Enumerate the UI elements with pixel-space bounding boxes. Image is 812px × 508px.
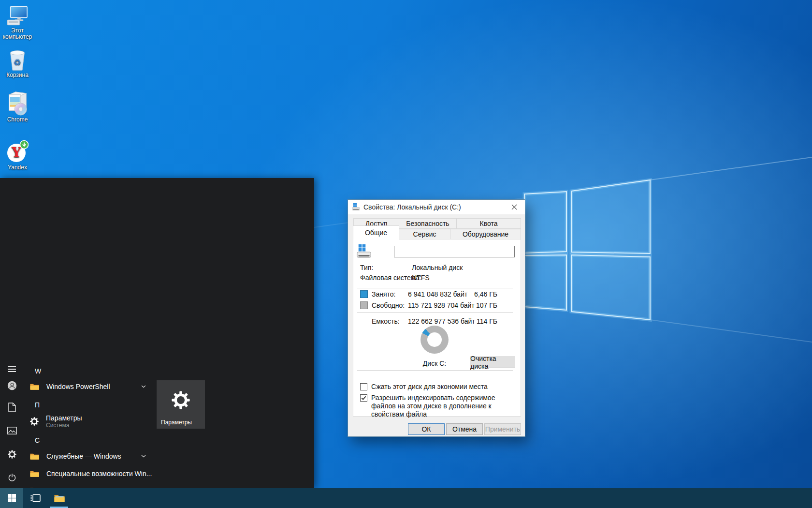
document-icon — [8, 403, 16, 412]
hamburger-menu-button[interactable] — [8, 366, 16, 372]
desktop-icon-chrome[interactable]: Chrome — [0, 93, 35, 123]
svg-text:Y: Y — [11, 145, 21, 160]
gear-icon — [172, 391, 190, 409]
desktop-icon-recycle-bin[interactable]: ♻ Корзина — [0, 48, 35, 78]
tab-quota[interactable]: Квота — [456, 218, 521, 229]
user-account-button[interactable] — [6, 380, 18, 391]
capacity-size: 114 ГБ — [468, 317, 497, 326]
recycle-bin-icon: ♻ — [8, 48, 27, 72]
file-explorer-icon — [54, 494, 65, 503]
used-size: 6,46 ГБ — [468, 290, 497, 299]
capacity-label: Емкость: — [372, 317, 400, 326]
app-list-section-header[interactable]: W — [35, 367, 41, 375]
type-value: Локальный диск — [412, 264, 463, 272]
close-icon — [511, 204, 517, 210]
separator — [357, 288, 513, 288]
start-tile-settings[interactable]: Параметры — [157, 380, 205, 429]
folder-icon — [30, 453, 39, 460]
close-button[interactable] — [504, 200, 525, 214]
allow-indexing-checkbox[interactable] — [360, 394, 367, 402]
desktop-icon-label: Chrome — [7, 117, 28, 123]
start-button[interactable] — [0, 488, 23, 508]
dialog-titlebar[interactable]: Свойства: Локальный диск (C:) — [348, 200, 525, 214]
tab-tools[interactable]: Сервис — [399, 229, 450, 239]
power-icon — [8, 473, 16, 482]
filesystem-value: NTFS — [412, 274, 430, 282]
windows-logo-icon — [8, 494, 16, 502]
desktop-icon-label: Корзина — [6, 72, 29, 78]
compress-disk-checkbox[interactable] — [360, 383, 367, 390]
file-explorer-button[interactable] — [50, 488, 68, 508]
used-bytes: 6 941 048 832 байт — [408, 290, 466, 299]
yandex-browser-icon: Y — [6, 141, 29, 164]
ok-button[interactable]: ОК — [408, 423, 445, 435]
gear-icon — [8, 450, 16, 459]
separator — [357, 261, 513, 261]
disk-usage-donut-chart — [420, 326, 449, 354]
allow-indexing-checkbox-label: Разрешить индексировать содержимое файло… — [371, 394, 516, 418]
drive-icon — [352, 203, 360, 211]
capacity-bytes: 122 662 977 536 байт — [408, 317, 466, 326]
app-item-special-abilities[interactable]: Специальные возможности Win... — [28, 465, 149, 482]
folder-icon — [30, 383, 39, 390]
folder-icon — [30, 470, 39, 478]
tab-security[interactable]: Безопасность — [399, 218, 457, 229]
taskbar: РУС 9:04 30.10.2024 — [0, 488, 812, 508]
compress-disk-checkbox-label: Сжать этот диск для экономии места — [371, 383, 488, 391]
check-icon — [361, 395, 367, 401]
used-label: Занято: — [372, 290, 396, 299]
app-list-section-header[interactable]: С — [35, 436, 40, 444]
chevron-down-icon[interactable] — [141, 385, 146, 388]
desktop-icon-yandex[interactable]: Y Yandex — [0, 141, 35, 171]
power-button[interactable] — [6, 472, 18, 483]
chrome-installer-icon — [6, 93, 29, 116]
tab-hardware[interactable]: Оборудование — [450, 229, 521, 239]
free-label: Свободно: — [372, 301, 405, 310]
app-item-windows-powershell[interactable]: Windows PowerShell — [28, 378, 149, 395]
documents-button[interactable] — [6, 402, 18, 413]
drive-icon-large — [356, 244, 372, 259]
desktop-icon-label: Yandex — [8, 164, 27, 171]
tile-label: Параметры — [161, 419, 192, 426]
picture-icon — [7, 427, 17, 434]
settings-button[interactable] — [6, 448, 18, 460]
dialog-title: Свойства: Локальный диск (C:) — [363, 203, 461, 211]
tab-general[interactable]: Общие — [353, 225, 399, 239]
free-size: 107 ГБ — [468, 301, 497, 310]
this-pc-icon — [6, 4, 29, 27]
task-view-icon — [30, 494, 41, 502]
free-bytes: 115 721 928 704 байт — [408, 301, 466, 310]
disk-cleanup-button[interactable]: Очистка диска — [470, 357, 515, 368]
task-view-button[interactable] — [28, 488, 43, 508]
used-legend-swatch — [360, 290, 368, 298]
app-list-section-header[interactable]: П — [35, 401, 40, 409]
cancel-button[interactable]: Отмена — [446, 423, 483, 435]
desktop-icon-this-pc[interactable]: Этот компьютер — [0, 4, 35, 40]
gear-icon — [30, 417, 39, 426]
start-menu: W Windows PowerShell П Параметры Система… — [0, 178, 314, 488]
desktop: Этот компьютер ♻ Корзина — [0, 0, 812, 508]
chevron-down-icon[interactable] — [141, 455, 146, 458]
pictures-button[interactable] — [6, 425, 18, 436]
desktop-icon-label: Этот компьютер — [0, 28, 35, 40]
disk-label: Диск C: — [410, 359, 459, 368]
general-tab-panel: Тип: Локальный диск Файловая система: NT… — [353, 239, 521, 417]
app-item-settings[interactable]: Параметры Система — [28, 412, 149, 431]
type-label: Тип: — [360, 264, 373, 272]
disk-properties-dialog: Свойства: Локальный диск (C:) Доступ Без… — [348, 199, 525, 437]
separator — [357, 312, 513, 313]
svg-text:♻: ♻ — [14, 58, 21, 67]
user-icon — [7, 381, 17, 390]
app-item-sluzhebnye-windows[interactable]: Служебные — Windows — [28, 448, 149, 464]
apply-button[interactable]: Применить — [484, 423, 521, 435]
volume-label-input[interactable] — [394, 246, 515, 257]
free-legend-swatch — [360, 301, 368, 309]
separator — [357, 370, 513, 371]
